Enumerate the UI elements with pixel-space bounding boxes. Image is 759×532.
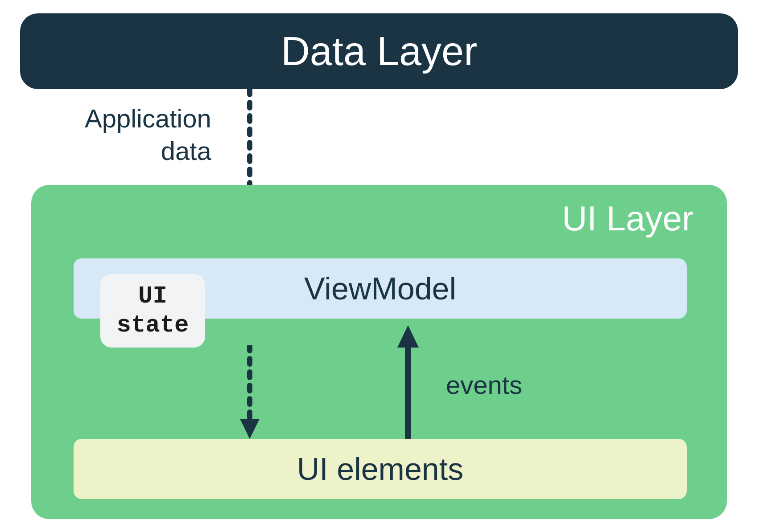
ui-layer-label: UI Layer [562, 198, 693, 239]
application-data-label: Application data [85, 102, 211, 167]
ui-state-label: UI state [116, 282, 189, 340]
viewmodel-label: ViewModel [304, 271, 456, 307]
ui-state-arrow [236, 345, 263, 443]
ui-state-box: UI state [100, 274, 205, 348]
svg-marker-3 [240, 419, 260, 439]
svg-marker-5 [397, 325, 419, 348]
data-layer-box: Data Layer [20, 13, 738, 89]
events-label: events [446, 370, 522, 400]
ui-elements-label: UI elements [297, 451, 463, 487]
ui-elements-box: UI elements [74, 439, 687, 499]
events-arrow [395, 323, 421, 439]
data-layer-label: Data Layer [281, 29, 477, 74]
ui-layer-box: UI Layer ViewModel UI state events UI el… [31, 185, 727, 519]
